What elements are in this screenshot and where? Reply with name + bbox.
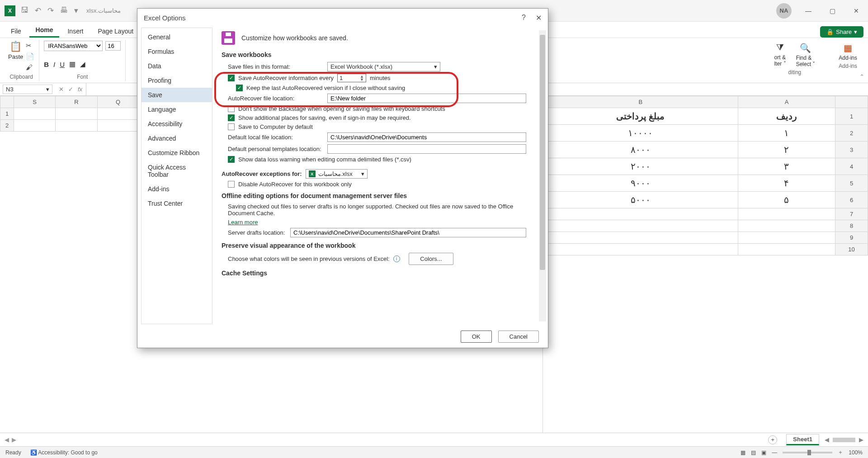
user-avatar[interactable]: NA — [776, 3, 792, 19]
cell-row[interactable]: ۵ — [738, 192, 835, 208]
cell-row[interactable]: ۲ — [738, 142, 835, 158]
cell-row[interactable]: ۳ — [738, 158, 835, 175]
qat-more-icon[interactable]: ▾ — [74, 6, 78, 15]
save-format-select[interactable]: Excel Workbook (*.xlsx)▾ — [327, 62, 440, 71]
autorecover-checkbox[interactable]: ✓ — [228, 75, 235, 81]
borders-button[interactable]: ▦ — [69, 60, 75, 68]
ok-button[interactable]: OK — [461, 331, 492, 343]
row-header[interactable]: 2 — [0, 120, 14, 132]
undo-icon[interactable]: ↶ — [35, 6, 41, 15]
col-header[interactable]: Q — [97, 96, 139, 108]
cell-amount[interactable]: ۹۰۰۰ — [543, 175, 738, 192]
col-header[interactable]: R — [56, 96, 97, 108]
nav-general[interactable]: General — [142, 30, 212, 44]
zoom-out-icon[interactable]: — — [772, 449, 777, 456]
row-header[interactable]: 3 — [835, 142, 868, 158]
nav-customize-ribbon[interactable]: Customize Ribbon — [142, 146, 212, 160]
autorecover-interval-spinner[interactable]: 1▲▼ — [337, 74, 366, 82]
col-header[interactable]: A — [738, 96, 835, 108]
name-box[interactable]: N3▾ — [3, 85, 52, 94]
help-icon[interactable]: ? — [522, 14, 526, 22]
cut-icon[interactable]: ✂ — [26, 42, 34, 50]
close-icon[interactable]: ✕ — [849, 5, 863, 16]
share-button[interactable]: 🔒 Share ▾ — [820, 26, 863, 38]
tab-home[interactable]: Home — [29, 24, 60, 38]
enter-formula-icon[interactable]: ✓ — [68, 86, 73, 93]
format-painter-icon[interactable]: 🖌 — [26, 63, 34, 71]
addins-button[interactable]: ▦Add-ins — [836, 41, 860, 63]
cell-amount[interactable]: ۵۰۰۰ — [543, 192, 738, 208]
cancel-formula-icon[interactable]: ✕ — [59, 86, 64, 93]
dialog-close-icon[interactable]: ✕ — [536, 14, 542, 22]
zoom-in-icon[interactable]: ＋ — [838, 449, 843, 456]
csv-warning-checkbox[interactable]: ✓ — [228, 156, 235, 163]
drafts-location-input[interactable] — [290, 228, 526, 237]
ar-location-input[interactable] — [327, 94, 526, 103]
disable-ar-checkbox[interactable] — [228, 181, 235, 188]
redo-icon[interactable]: ↷ — [47, 6, 54, 15]
save-icon[interactable]: 🖫 — [21, 6, 28, 15]
row-header[interactable]: 4 — [835, 158, 868, 175]
nav-trust-center[interactable]: Trust Center — [142, 196, 212, 211]
nav-formulas[interactable]: Formulas — [142, 44, 212, 59]
additional-places-checkbox[interactable]: ✓ — [228, 114, 235, 121]
row-header[interactable]: 2 — [835, 125, 868, 142]
fill-color-button[interactable]: ◢ — [80, 60, 85, 68]
cell-amount[interactable]: ۲۰۰۰ — [543, 158, 738, 175]
find-select-button[interactable]: 🔍Find & Select ˅ — [793, 41, 818, 69]
nav-advanced[interactable]: Advanced — [142, 131, 212, 146]
nav-save[interactable]: Save — [142, 88, 212, 102]
print-icon[interactable]: 🖶 — [60, 6, 68, 15]
underline-button[interactable]: U — [60, 61, 65, 68]
header-row[interactable]: ردیف — [738, 108, 835, 125]
scroll-left-icon[interactable]: ◀ — [825, 436, 829, 443]
minimize-icon[interactable]: — — [801, 5, 816, 16]
add-sheet-button[interactable]: + — [768, 435, 777, 444]
row-header[interactable]: 1 — [835, 108, 868, 125]
select-all-corner[interactable] — [0, 96, 14, 108]
dialog-scrollbar[interactable] — [539, 30, 546, 321]
font-size-input[interactable] — [105, 41, 121, 51]
keep-last-checkbox[interactable]: ✓ — [236, 85, 243, 91]
info-icon[interactable]: i — [393, 255, 400, 262]
row-header[interactable]: 6 — [835, 192, 868, 208]
bold-button[interactable]: B — [44, 61, 49, 68]
view-break-icon[interactable]: ▣ — [761, 449, 766, 456]
row-header[interactable]: 7 — [835, 208, 868, 220]
row-header[interactable]: 8 — [835, 220, 868, 232]
local-location-input[interactable] — [327, 132, 526, 142]
templates-location-input[interactable] — [327, 144, 526, 154]
col-header[interactable]: S — [14, 96, 56, 108]
row-header[interactable]: 10 — [835, 244, 868, 255]
sort-filter-button[interactable]: ⧩ort & lter ˅ — [772, 41, 789, 69]
cell-row[interactable]: ۴ — [738, 175, 835, 192]
nav-accessibility[interactable]: Accessibility — [142, 117, 212, 131]
save-to-computer-checkbox[interactable] — [228, 123, 235, 130]
font-name-select[interactable]: IRANSansWeb — [44, 41, 103, 51]
col-header[interactable]: B — [543, 96, 738, 108]
sheet-tab[interactable]: Sheet1 — [786, 434, 819, 445]
ar-exceptions-select[interactable]: Xمحاسبات.xlsx ▾ — [306, 169, 368, 179]
nav-addins[interactable]: Add-ins — [142, 182, 212, 196]
paste-button[interactable]: 📋 Paste — [8, 41, 23, 60]
fx-icon[interactable]: fx — [78, 86, 82, 93]
row-header[interactable]: 5 — [835, 175, 868, 192]
collapse-ribbon-icon[interactable]: ⌃ — [859, 73, 864, 80]
zoom-slider[interactable] — [783, 452, 832, 453]
row-header[interactable]: 9 — [835, 232, 868, 244]
tab-insert[interactable]: Insert — [61, 25, 90, 38]
zoom-level[interactable]: 100% — [849, 449, 863, 456]
colors-button[interactable]: Colors... — [409, 253, 453, 265]
copy-icon[interactable]: 📄 — [26, 52, 34, 61]
italic-button[interactable]: I — [53, 61, 55, 68]
cell-amount[interactable]: ۸۰۰۰ — [543, 142, 738, 158]
cell-row[interactable]: ۱ — [738, 125, 835, 142]
tab-page-layout[interactable]: Page Layout — [91, 25, 140, 38]
header-amount[interactable]: مبلغ پرداختی — [543, 108, 738, 125]
cancel-button[interactable]: Cancel — [498, 331, 539, 343]
backstage-checkbox[interactable] — [228, 105, 235, 112]
scroll-right-icon[interactable]: ▶ — [859, 436, 863, 443]
nav-data[interactable]: Data — [142, 59, 212, 73]
tab-file[interactable]: File — [5, 25, 28, 38]
learn-more-link[interactable]: Learn more — [228, 219, 258, 226]
